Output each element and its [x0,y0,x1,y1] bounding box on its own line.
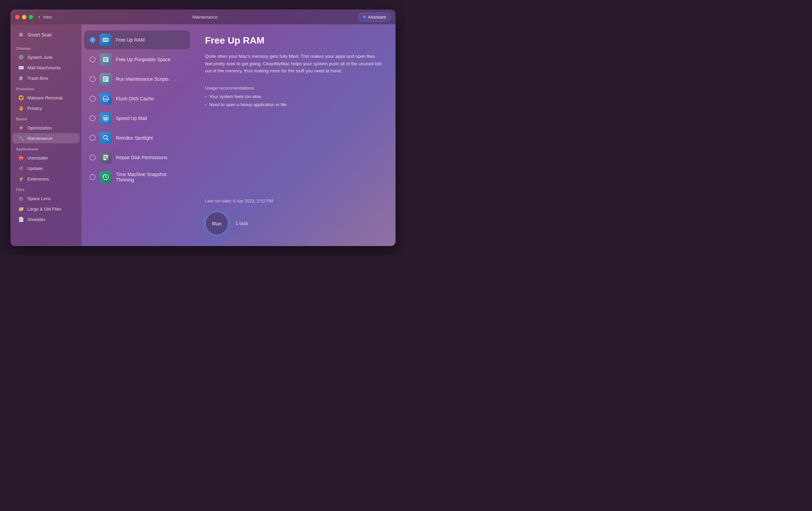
maintenance-icon: 🔧 [18,136,24,141]
task-item-free-up-ram[interactable]: Free Up RAM [84,30,190,49]
svg-rect-7 [105,38,105,38]
task-item-maintenance-scripts[interactable]: Run Maintenance Scripts [84,70,190,89]
svg-rect-15 [104,58,108,59]
sidebar-item-maintenance[interactable]: 🔧 Maintenance [12,133,79,143]
uninstaller-icon: ⛔ [18,155,24,161]
sidebar-item-mail-attachments[interactable]: ✉️ Mail Attachments [12,63,79,73]
mail-attachments-label: Mail Attachments [27,65,61,70]
main-content: ⌘ Smart Scan Cleanup ⚙️ System Junk ✉️ M… [10,24,396,246]
task-radio-purgeable-space[interactable] [90,56,96,63]
titlebar: ‹ Intro Maintenance Assistant [10,9,396,24]
extensions-icon: ⚡ [18,176,24,181]
maximize-button[interactable] [29,15,33,19]
sidebar-item-large-old-files[interactable]: 📁 Large & Old Files [12,204,79,214]
sidebar-item-system-junk[interactable]: ⚙️ System Junk [12,52,79,62]
svg-rect-5 [107,39,108,41]
recommendation-1: • Your system feels too slow [205,94,383,99]
svg-rect-16 [104,59,107,60]
last-run-value: 6 Apr 2023, 2:52 PM [233,198,273,203]
svg-rect-8 [106,38,106,38]
svg-rect-21 [104,79,107,80]
traffic-lights [15,15,33,19]
task-item-flush-dns[interactable]: DNS Flush DNS Cache [84,89,190,108]
last-run-info: Last run date: 6 Apr 2023, 2:52 PM [205,198,383,203]
space-lens-icon: ◎ [18,196,24,201]
bullet-2: • [205,102,207,107]
minimize-button[interactable] [22,15,26,19]
back-label: Intro [43,15,52,20]
svg-rect-6 [104,38,104,38]
smart-scan-label: Smart Scan [27,32,52,38]
sidebar-item-uninstaller[interactable]: ⛔ Uninstaller [12,153,79,163]
sidebar-item-privacy[interactable]: 🤚 Privacy [12,103,79,113]
trash-bins-icon: 🗑 [18,75,24,81]
task-radio-free-up-ram[interactable] [90,37,96,43]
updater-icon: ↺ [18,166,24,171]
task-item-speed-up-mail[interactable]: Speed Up Mail [84,109,190,128]
svg-rect-22 [104,80,106,81]
run-button[interactable]: Run [205,212,229,235]
task-radio-maintenance-scripts[interactable] [90,76,96,82]
sidebar-item-space-lens[interactable]: ◎ Space Lens [12,193,79,203]
disk-svg-icon [102,154,109,161]
malware-removal-icon: ☣️ [18,95,24,100]
svg-point-32 [106,158,108,160]
sidebar-item-optimization[interactable]: ⚡ Optimization [12,123,79,133]
window-title: Maintenance [52,15,358,20]
recommendation-2: • Need to open a heavy application or fi… [205,102,383,107]
task-radio-flush-dns[interactable] [90,96,96,102]
sidebar-item-trash-bins[interactable]: 🗑 Trash Bins [12,73,79,83]
svg-line-27 [107,139,108,140]
task-item-time-machine[interactable]: Time Machine Snapshot Thinning [84,168,190,187]
run-section: Run 1 task [205,212,383,235]
assistant-label: Assistant [368,15,386,20]
task-radio-repair-disk[interactable] [90,154,96,161]
task-radio-time-machine[interactable] [90,174,96,180]
recommendation-text-1: Your system feels too slow [209,94,261,99]
task-label-flush-dns: Flush DNS Cache [116,96,154,101]
svg-rect-30 [104,157,106,157]
sidebar-item-extensions[interactable]: ⚡ Extensions [12,174,79,184]
sidebar-item-smart-scan[interactable]: ⌘ Smart Scan [12,29,79,41]
maintenance-label: Maintenance [27,136,52,141]
uninstaller-label: Uninstaller [27,155,48,161]
assistant-button[interactable]: Assistant [358,13,391,22]
section-speed-label: Speed [10,114,81,122]
back-arrow-icon: ‹ [39,14,40,20]
malware-removal-label: Malware Removal [27,95,62,100]
task-radio-reindex-spotlight[interactable] [90,135,96,141]
task-icon-speed-up-mail [100,112,112,124]
task-item-reindex-spotlight[interactable]: Reindex Spotlight [84,128,190,147]
timemachine-svg-icon [102,173,109,181]
svg-text:DNS: DNS [103,98,108,100]
privacy-icon: 🤚 [18,105,24,111]
task-count: 1 task [235,221,248,226]
detail-panel: Free Up RAM Quite often your Mac's memor… [193,24,396,246]
close-button[interactable] [15,15,20,19]
system-junk-label: System Junk [27,55,52,60]
task-icon-repair-disk [100,151,112,164]
svg-point-26 [104,136,107,139]
task-label-time-machine: Time Machine Snapshot Thinning [116,172,185,182]
optimization-label: Optimization [27,125,52,130]
svg-rect-17 [104,60,107,61]
updater-label: Updater [27,166,43,171]
extensions-label: Extensions [27,176,49,181]
main-window: ‹ Intro Maintenance Assistant ⌘ Smart Sc… [10,9,396,246]
mail-attachments-icon: ✉️ [18,65,24,70]
sidebar-item-shredder[interactable]: 📄 Shredder [12,214,79,224]
back-nav[interactable]: ‹ Intro [39,14,52,20]
svg-rect-20 [104,78,106,79]
svg-rect-2 [104,39,105,41]
svg-rect-13 [107,42,107,42]
task-item-purgeable-space[interactable]: Free Up Purgeable Space [84,50,190,69]
space-lens-label: Space Lens [27,196,51,201]
task-item-repair-disk[interactable]: Repair Disk Permissions [84,148,190,167]
sidebar-item-malware-removal[interactable]: ☣️ Malware Removal [12,93,79,103]
large-old-files-icon: 📁 [18,206,24,212]
sidebar-item-updater[interactable]: ↺ Updater [12,163,79,173]
task-radio-speed-up-mail[interactable] [90,115,96,121]
recommendations-label: Usage recommendations: [205,86,383,91]
svg-rect-9 [107,38,107,38]
task-label-repair-disk: Repair Disk Permissions [116,155,167,160]
